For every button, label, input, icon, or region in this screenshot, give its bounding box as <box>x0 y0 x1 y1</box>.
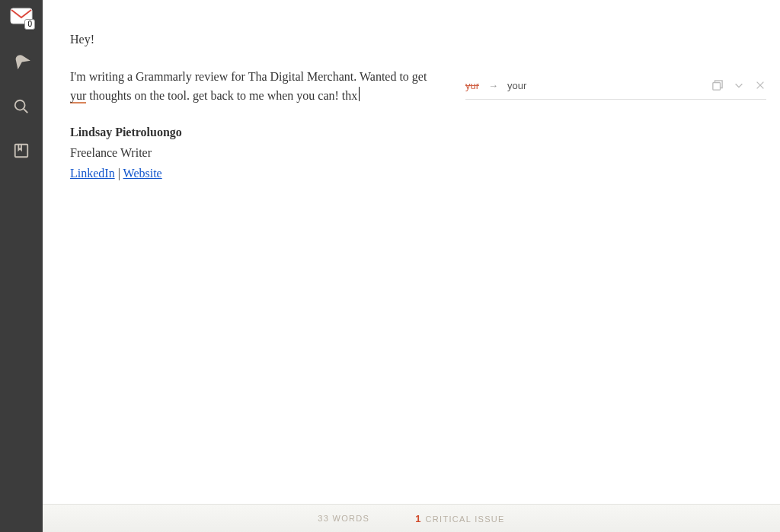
svg-line-2 <box>24 109 28 113</box>
greeting-line: Hey! <box>70 30 438 49</box>
document-editor[interactable]: Hey! I'm writing a Grammarly review for … <box>43 0 456 504</box>
word-count[interactable]: 33 WORDS <box>318 514 369 523</box>
status-bar: 33 WORDS 1CRITICAL ISSUE <box>43 504 780 532</box>
svg-point-1 <box>15 100 25 110</box>
body-text-after: thoughts on the tool. get back to me whe… <box>86 89 357 102</box>
suggestion-to: your <box>507 80 526 91</box>
body-paragraph: I'm writing a Grammarly review for Tha D… <box>70 68 438 106</box>
signature-role: Freelance Writer <box>70 144 438 163</box>
website-link[interactable]: Website <box>123 167 162 180</box>
mail-icon[interactable]: 0 <box>10 8 33 27</box>
suggestion-panel: yur → your <box>456 0 780 504</box>
issue-counter[interactable]: 1CRITICAL ISSUE <box>415 513 505 524</box>
body-text-before: I'm writing a Grammarly review for Tha D… <box>70 70 427 83</box>
compose-icon[interactable] <box>12 53 30 72</box>
suggestion-card[interactable]: yur → your <box>465 76 766 100</box>
issue-count-number: 1 <box>415 513 420 524</box>
signature-name: Lindsay Pietroluongo <box>70 123 438 142</box>
text-cursor <box>359 87 360 100</box>
arrow-right-icon: → <box>488 80 498 91</box>
chevron-down-icon[interactable] <box>733 79 745 91</box>
linkedin-link[interactable]: LinkedIn <box>70 167 115 180</box>
suggestion-from: yur <box>465 80 479 91</box>
mail-unread-count: 0 <box>24 19 35 30</box>
search-icon[interactable] <box>12 97 30 116</box>
main-area: Hey! I'm writing a Grammarly review for … <box>43 0 780 532</box>
link-separator: | <box>115 167 123 180</box>
flagged-word[interactable]: yur <box>70 89 86 104</box>
app-root: 0 Hey! I'm writing a Grammarly review f <box>0 0 780 532</box>
book-icon[interactable] <box>12 142 30 160</box>
left-rail: 0 <box>0 0 43 532</box>
add-to-dictionary-icon[interactable] <box>711 79 724 91</box>
workspace: Hey! I'm writing a Grammarly review for … <box>43 0 780 504</box>
signature-links: LinkedIn | Website <box>70 164 438 183</box>
issue-count-label: CRITICAL ISSUE <box>425 514 504 524</box>
close-icon[interactable] <box>754 79 766 91</box>
svg-rect-4 <box>713 83 721 91</box>
